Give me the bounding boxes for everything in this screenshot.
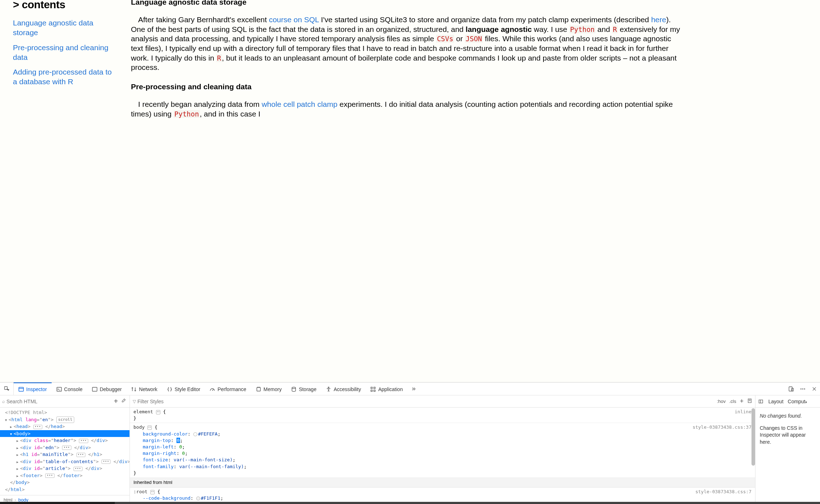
dom-body-close[interactable]: </body> xyxy=(0,479,129,486)
filter-styles-input[interactable] xyxy=(137,399,717,404)
dom-footer[interactable]: ▶<footer> ••• </footer> xyxy=(0,472,129,479)
dom-body-selected[interactable]: ▼<body> xyxy=(0,430,129,437)
print-media-button[interactable] xyxy=(747,398,752,404)
svg-point-11 xyxy=(292,387,296,389)
tab-debugger[interactable]: Debugger xyxy=(87,382,127,395)
svg-rect-15 xyxy=(371,390,372,391)
search-icon: ⌕ xyxy=(2,399,5,404)
tab-style-editor[interactable]: Style Editor xyxy=(162,382,205,395)
close-devtools-button[interactable] xyxy=(809,382,820,395)
tab-layout[interactable]: Layout xyxy=(768,399,783,404)
article-body: Language agnostic data storage After tak… xyxy=(124,0,820,184)
svg-rect-16 xyxy=(374,390,375,391)
link-here[interactable]: here xyxy=(651,15,666,24)
styles-panel: ▽ :hov .cls + inline element { } style-0… xyxy=(130,395,755,504)
flex-icon[interactable] xyxy=(156,410,160,414)
svg-rect-3 xyxy=(57,387,61,391)
add-node-button[interactable]: + xyxy=(114,397,118,405)
more-options-button[interactable] xyxy=(797,382,809,395)
dom-div-toc[interactable]: ▶<div id="table-of-contents"> ••• </div> xyxy=(0,458,129,465)
changes-description: Changes to CSS in Inspector will appear … xyxy=(760,425,816,446)
no-changes-text: No changes found. xyxy=(760,413,802,419)
dom-head[interactable]: ▶<head> ••• </head> xyxy=(0,423,129,430)
tab-storage[interactable]: Storage xyxy=(286,382,321,395)
devtools: Inspector Console Debugger Network Style… xyxy=(0,382,820,504)
os-dock-strip xyxy=(0,502,820,504)
dom-doctype[interactable]: <!DOCTYPE html> xyxy=(0,409,129,416)
dom-h1-maintitle[interactable]: ▶<h1 id="mainTitle"> ••• </h1> xyxy=(0,451,129,458)
svg-rect-1 xyxy=(19,387,24,391)
toc-link-storage[interactable]: Language agnostic data storage xyxy=(13,18,117,38)
tab-console[interactable]: Console xyxy=(52,382,87,395)
inherited-from-header: Inherited from html xyxy=(130,478,755,488)
toc-link-adding-data[interactable]: Adding pre-processed data to a database … xyxy=(13,67,117,87)
svg-point-12 xyxy=(328,387,329,388)
svg-rect-18 xyxy=(792,388,793,391)
panel-toggle-button[interactable] xyxy=(758,399,764,404)
paragraph-1: After taking Gary Bernhardt's excellent … xyxy=(131,15,680,72)
tab-accessibility[interactable]: Accessibility xyxy=(321,382,366,395)
code-r2: R xyxy=(216,54,222,62)
dom-tree[interactable]: <!DOCTYPE html> ▼<html lang="en"> scroll… xyxy=(0,408,129,495)
cls-button[interactable]: .cls xyxy=(729,399,736,404)
flex-icon[interactable] xyxy=(147,425,152,430)
code-python: Python xyxy=(569,25,595,33)
tab-performance[interactable]: Performance xyxy=(205,382,251,395)
eyedropper-button[interactable] xyxy=(121,398,126,405)
scrollbar-thumb[interactable] xyxy=(751,408,755,466)
filter-icon: ▽ xyxy=(133,399,136,404)
table-of-contents: > contents Language agnostic data storag… xyxy=(0,0,124,184)
link-patch-clamp[interactable]: whole cell patch clamp xyxy=(261,100,337,108)
code-json: JSON xyxy=(465,35,483,43)
element-picker-button[interactable] xyxy=(0,382,14,395)
changes-panel: Layout Comput▾ No changes found. Changes… xyxy=(755,395,820,504)
paragraph-2: I recently began analyzing data from who… xyxy=(131,100,680,119)
flex-icon[interactable] xyxy=(150,490,155,494)
dom-div-header[interactable]: ▶<div class="header"> ••• </div> xyxy=(0,437,129,444)
tab-inspector[interactable]: Inspector xyxy=(14,382,52,395)
svg-rect-5 xyxy=(92,387,97,391)
svg-rect-7 xyxy=(257,387,260,391)
dom-search-bar: ⌕ + xyxy=(0,395,129,408)
code-r: R xyxy=(612,25,618,33)
svg-line-6 xyxy=(212,389,213,391)
dom-search-input[interactable] xyxy=(6,399,112,404)
hov-button[interactable]: :hov xyxy=(717,399,726,404)
color-swatch[interactable] xyxy=(193,432,197,436)
section-heading-storage: Language agnostic data storage xyxy=(131,0,680,6)
svg-point-20 xyxy=(802,388,803,389)
tab-computed[interactable]: Comput▾ xyxy=(788,399,807,404)
tab-network[interactable]: Network xyxy=(126,382,162,395)
svg-rect-13 xyxy=(371,387,372,389)
section-heading-preprocessing: Pre-processing and cleaning data xyxy=(131,82,680,91)
dom-div-edn[interactable]: ▶<div id="edn"> ••• </div> xyxy=(0,444,129,451)
tab-application[interactable]: Application xyxy=(366,382,407,395)
tab-memory[interactable]: Memory xyxy=(251,382,287,395)
tabs-overflow-button[interactable] xyxy=(407,382,420,395)
color-swatch[interactable] xyxy=(196,496,200,500)
svg-rect-25 xyxy=(759,400,763,403)
add-rule-button[interactable]: + xyxy=(740,398,744,405)
responsive-mode-button[interactable] xyxy=(786,382,797,395)
svg-rect-14 xyxy=(374,387,375,389)
styles-rules[interactable]: inline element { } style-03873438.css:37… xyxy=(130,408,755,504)
dom-html[interactable]: ▼<html lang="en"> scroll xyxy=(0,416,129,423)
code-csvs: CSVs xyxy=(436,35,454,43)
code-python-2: Python xyxy=(174,110,200,118)
selected-value[interactable]: 0 xyxy=(176,438,180,443)
svg-point-19 xyxy=(801,388,802,389)
styles-search-bar: ▽ :hov .cls + xyxy=(130,395,755,408)
dom-panel: ⌕ + <!DOCTYPE html> ▼<html lang="en"> sc… xyxy=(0,395,130,504)
svg-point-21 xyxy=(804,388,805,389)
link-course-sql[interactable]: course on SQL xyxy=(269,15,319,24)
contents-heading: > contents xyxy=(13,0,117,11)
dom-html-close[interactable]: </html> xyxy=(0,486,129,493)
devtools-toolbar: Inspector Console Debugger Network Style… xyxy=(0,382,820,395)
dom-div-article[interactable]: ▶<div id="article"> ••• </div> xyxy=(0,465,129,472)
toc-link-preprocessing[interactable]: Pre-processing and cleaning data xyxy=(13,43,117,62)
